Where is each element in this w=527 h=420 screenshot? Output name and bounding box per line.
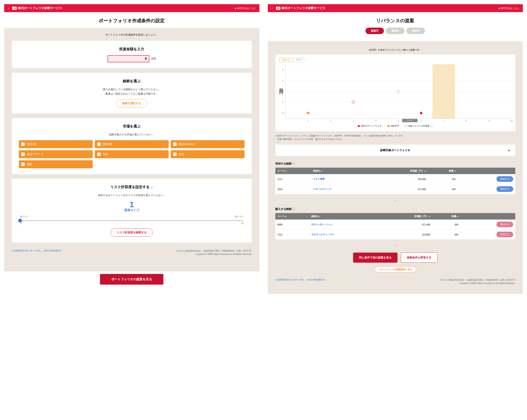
cell-code: 1212 xyxy=(275,230,309,240)
th-name[interactable]: 銘柄名◆ xyxy=(309,213,380,220)
help-icon[interactable]: ? xyxy=(150,186,153,188)
select-stock-button[interactable]: 銘柄を選択する xyxy=(116,99,147,108)
cell-name[interactable]: ＱＧホールディングス xyxy=(309,230,380,240)
cell-code: 1111 xyxy=(275,174,311,184)
th-qty[interactable]: 数量◆ xyxy=(432,213,460,220)
diagnose-risk-button[interactable]: リスク許容度を診断する xyxy=(111,228,153,237)
page-title: ポートフォリオ作成条件の設定 xyxy=(4,18,259,24)
x-tick: 2 xyxy=(330,120,331,122)
market-label: 東証JASDAQ xyxy=(179,142,195,146)
footer-link-1[interactable]: 金融商品取引法に基づく表示 xyxy=(277,278,304,281)
header: ‹ AI 株式ポートフォリオ診断サービス 操作方法はこちら xyxy=(268,4,523,12)
help-icon[interactable]: ? xyxy=(430,125,433,127)
th-value[interactable]: 評価額（円）◆ xyxy=(380,213,432,220)
cell-qty: 100 xyxy=(428,184,458,194)
view-proposal-button[interactable]: ポートフォリオの提案を見る xyxy=(100,274,163,285)
cell-qty: 400 xyxy=(432,230,460,240)
market-chip[interactable]: ✓東証1部 xyxy=(19,140,93,148)
proposal-tab[interactable]: 提案① xyxy=(365,28,384,34)
change-conditions-button[interactable]: 提案条件を変更する xyxy=(401,253,438,263)
market-label: 福証 xyxy=(27,162,32,166)
sell-button[interactable]: 売却する xyxy=(496,186,513,192)
chart-tab-topix[interactable]: TOPIX xyxy=(293,58,304,62)
market-chip[interactable]: ✓札証 xyxy=(171,150,245,158)
x-tick: 4 xyxy=(375,120,377,122)
legend-nikkei: 日経平均 xyxy=(390,125,399,127)
x-axis-label: リスク xyxy=(402,119,417,122)
logo: AI 株式ポートフォリオ診断サービス xyxy=(12,6,62,10)
chart-tab-nikkei[interactable]: 日経平均 xyxy=(279,58,292,62)
x-tick: 10 xyxy=(510,120,513,122)
risk-max: 10 xyxy=(241,222,243,224)
help-icon[interactable]: ? xyxy=(293,162,295,165)
slider-thumb[interactable] xyxy=(18,219,22,222)
y-tick: C xyxy=(282,101,284,103)
th-code[interactable]: コード◆ xyxy=(275,168,311,174)
help-icon[interactable]: ? xyxy=(293,208,295,210)
footer-link-2[interactable]: 個人情報保護方針 xyxy=(45,249,62,252)
market-label: 東証1部 xyxy=(27,142,36,146)
check-icon: ✓ xyxy=(173,153,176,156)
portfolio-accordion[interactable]: 診断対象ポートフォリオ ＋ xyxy=(275,144,516,156)
amount-title: 投資金額を入力 xyxy=(19,47,245,52)
expand-sell-icon[interactable]: ⌄ xyxy=(275,197,516,202)
help-link[interactable]: 操作方法はこちら xyxy=(235,7,256,10)
header: ‹ AI 株式ポートフォリオ診断サービス 操作方法はこちら xyxy=(4,4,259,12)
check-icon: ✓ xyxy=(21,143,25,146)
risk-slider[interactable]: 低リスク 高リスク 1 10 xyxy=(19,215,245,224)
legend-current: 現在のポートフォリオ xyxy=(361,125,382,127)
back-to-results-button[interactable]: ‹ ポートフォリオ診断結果に戻る xyxy=(374,266,416,273)
market-title: 市場を選ぶ xyxy=(19,124,245,129)
market-chip[interactable]: ✓福証 xyxy=(19,160,93,168)
back-icon[interactable]: ‹ xyxy=(272,6,273,10)
check-icon: ✓ xyxy=(97,143,101,146)
y-tick: B xyxy=(282,90,284,92)
check-icon: ✓ xyxy=(173,143,176,146)
market-chip[interactable]: ✓名証 xyxy=(95,150,169,158)
buy-button[interactable]: 買付する xyxy=(496,222,513,227)
page-title-area: リバランスの提案 提案①提案②提案③ xyxy=(268,12,523,41)
amount-input[interactable] xyxy=(108,55,149,62)
cell-code: 3333 xyxy=(275,184,311,194)
table-row: 1111ＡＢＣ商事105,000100売却する xyxy=(275,174,516,184)
table-row: 8888GDコーポレーション471,000300買付する xyxy=(275,220,516,230)
market-chip[interactable]: ✓東証JASDAQ xyxy=(171,140,245,148)
th-name[interactable]: 銘柄名◆ xyxy=(311,168,373,174)
footer-copyright: Copyright © SMBC Nikko Securities Inc.Al… xyxy=(439,282,515,285)
risk-type: 堅実タイプ xyxy=(19,209,245,212)
accordion-label: 診断対象ポートフォリオ xyxy=(380,149,410,152)
chart-point: ③ xyxy=(442,79,445,82)
another-proposal-button[interactable]: 同じ条件で別の提案を見る xyxy=(353,253,397,263)
th-code[interactable]: コード◆ xyxy=(275,213,309,220)
cell-value: 105,000 xyxy=(373,174,428,184)
cell-name[interactable]: ＡＢＣ商事 xyxy=(311,174,373,184)
proposal-tab[interactable]: 提案② xyxy=(386,28,404,34)
market-card: 市場を選ぶ 銘柄を購入する市場を選んでください。 ✓東証1部✓東証2部✓東証JA… xyxy=(12,118,252,174)
x-tick: 3 xyxy=(353,120,354,122)
buy-button[interactable]: 買付する xyxy=(496,232,513,237)
back-icon[interactable]: ‹ xyxy=(8,6,9,10)
cell-name[interactable]: GDコーポレーション xyxy=(309,220,380,230)
market-chip[interactable]: ✓東証マザーズ xyxy=(19,150,93,158)
footer: ▸ 金融商品取引法に基づく表示 ▸ 個人情報保護方針 ＳＭＢＣ日興証券株式会社 … xyxy=(12,247,252,260)
help-link[interactable]: 操作方法はこちら xyxy=(499,7,519,10)
market-chip[interactable]: ✓東証2部 xyxy=(95,140,169,148)
footer-link-2[interactable]: 個人情報保護方針 xyxy=(308,278,325,281)
check-icon: ✓ xyxy=(21,153,25,156)
chart-point xyxy=(307,112,309,114)
th-qty[interactable]: 数量◆ xyxy=(428,168,458,174)
cell-value: 471,000 xyxy=(380,220,432,230)
legend-band: 指定したリスク許容度 xyxy=(408,125,429,127)
expand-buy-icon[interactable]: ⌄ xyxy=(275,243,516,248)
table-row: 3333Ｅホールディング157,000100売却する xyxy=(275,184,516,194)
table-row: 1212ＱＧホールディングス318,800400買付する xyxy=(275,230,516,240)
sell-button[interactable]: 売却する xyxy=(496,176,513,182)
cell-name[interactable]: Ｅホールディング xyxy=(311,184,373,194)
logo-ai-badge: AI xyxy=(12,7,17,10)
market-label: 名証 xyxy=(103,152,108,156)
footer-link-1[interactable]: 金融商品取引法に基づく表示 xyxy=(13,249,41,252)
th-value[interactable]: 評価額（円）◆ xyxy=(373,168,428,174)
proposal-tab[interactable]: 提案③ xyxy=(406,28,425,34)
footer-company: ＳＭＢＣ日興証券株式会社 金融商品取引業者 関東財務局長（金商）第2251号 xyxy=(439,278,515,282)
y-tick: A xyxy=(282,79,284,82)
